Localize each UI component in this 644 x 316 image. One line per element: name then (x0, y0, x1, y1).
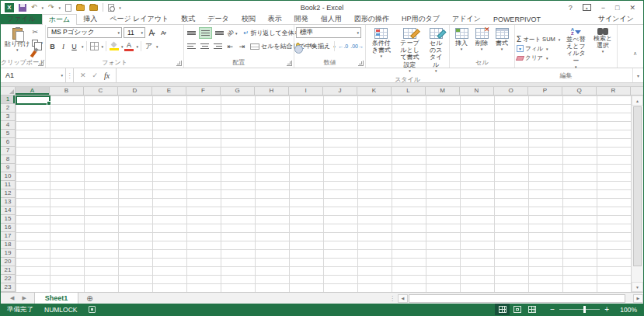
row-header[interactable]: 9 (1, 164, 16, 172)
horizontal-scroll-thumb[interactable] (409, 294, 625, 303)
fill-color-dropdown-icon[interactable]: ▾ (121, 44, 124, 49)
comma-style-button[interactable]: , (320, 40, 330, 52)
row-header[interactable]: 14 (1, 207, 16, 215)
scroll-right-icon[interactable]: ▶ (633, 294, 643, 303)
align-left-button[interactable] (186, 40, 197, 52)
previous-sheet-icon[interactable]: ◀ (10, 295, 14, 301)
borders-button[interactable] (89, 40, 99, 52)
decrease-indent-button[interactable]: ⇤ (225, 40, 235, 52)
row-header[interactable]: 19 (1, 249, 16, 258)
increase-indent-button[interactable]: ⇥ (237, 40, 247, 52)
formula-bar-splitter[interactable]: ⋮ (66, 68, 74, 82)
ribbon-tab[interactable]: HP用のタブ (395, 14, 446, 24)
ribbon-tab[interactable]: ホーム (42, 14, 77, 25)
row-header[interactable]: 11 (1, 181, 16, 189)
select-all-button[interactable] (1, 87, 16, 95)
ribbon-tab[interactable]: 図形の操作 (348, 14, 395, 24)
orientation-button[interactable]: ab▾ (227, 30, 237, 36)
selected-cell-a1[interactable] (16, 95, 50, 105)
column-header[interactable]: M (426, 87, 460, 95)
row-header[interactable]: 23 (1, 283, 16, 292)
italic-button[interactable]: I (58, 40, 68, 52)
tab-file[interactable]: ファイル (1, 14, 42, 24)
autosum-button[interactable]: Σオート SUM▾ (517, 36, 562, 43)
underline-dropdown-icon[interactable]: ▾ (82, 44, 84, 49)
ribbon-tab[interactable]: 個人用 (315, 14, 348, 24)
underline-button[interactable]: U (69, 40, 79, 52)
ribbon-tab[interactable]: 数式 (175, 14, 201, 24)
delete-cells-button[interactable]: ✕ 削除 ▾ (472, 26, 492, 58)
column-header[interactable]: R (597, 87, 631, 95)
decrease-decimal-button[interactable]: .00→ (350, 43, 364, 49)
insert-cells-button[interactable]: 挿入 ▾ (451, 26, 472, 58)
center-button[interactable] (199, 40, 211, 52)
conditional-formatting-button[interactable]: 条件付き書式 ▾ (367, 26, 395, 75)
new-sheet-button[interactable]: ⊕ (78, 293, 100, 304)
column-header[interactable]: C (84, 87, 118, 95)
expand-formula-bar-button[interactable]: ▾ (632, 68, 643, 82)
increase-font-size-button[interactable]: A▴ (147, 27, 157, 39)
accounting-format-button[interactable] (296, 43, 300, 50)
column-header[interactable]: I (289, 87, 323, 95)
vertical-scrollbar[interactable]: ▲ ▼ (631, 95, 643, 292)
column-header[interactable]: P (528, 87, 562, 95)
row-header[interactable]: 13 (1, 198, 16, 207)
row-header[interactable]: 1 (1, 95, 16, 104)
row-header[interactable]: 20 (1, 258, 16, 266)
row-header[interactable]: 7 (1, 147, 16, 155)
page-layout-view-button[interactable] (510, 304, 524, 315)
column-header[interactable]: L (392, 87, 426, 95)
name-box[interactable]: A1▾ (1, 68, 66, 82)
row-header[interactable]: 22 (1, 275, 16, 283)
sheet-tab[interactable]: Sheet1 (34, 293, 79, 304)
row-header[interactable]: 12 (1, 189, 16, 198)
font-color-button[interactable]: A (124, 40, 134, 52)
paste-dropdown-icon[interactable]: ▾ (16, 48, 19, 53)
format-as-table-button[interactable]: テーブルとして書式設定 ▾ (395, 26, 425, 75)
row-header[interactable]: 15 (1, 215, 16, 224)
fill-button[interactable]: ▼フィル▾ (517, 45, 562, 53)
open-folder-button[interactable] (76, 5, 85, 11)
row-header[interactable]: 21 (1, 266, 16, 275)
new-document-button[interactable] (65, 4, 71, 12)
ribbon-tab[interactable]: 表示 (262, 14, 288, 24)
maximize-button[interactable]: □ (615, 4, 619, 12)
enter-button[interactable]: ✓ (92, 71, 99, 79)
alignment-dialog-launcher[interactable] (287, 61, 292, 66)
number-dialog-launcher[interactable] (358, 61, 364, 66)
undo-dropdown-icon[interactable]: ▾ (42, 5, 44, 10)
zoom-slider[interactable] (559, 309, 600, 310)
decrease-font-size-button[interactable]: A▾ (158, 27, 169, 39)
clipboard-dialog-launcher[interactable] (38, 61, 44, 66)
row-header[interactable]: 16 (1, 224, 16, 232)
normal-view-button[interactable] (495, 304, 510, 315)
phonetic-guide-button[interactable]: ア (144, 40, 154, 52)
horizontal-scroll-track[interactable] (409, 294, 632, 303)
tab-split-handle[interactable]: ⋮ (387, 295, 398, 302)
zoom-in-button[interactable]: + (604, 306, 609, 314)
insert-function-button[interactable]: fx (104, 71, 110, 80)
sign-in-link[interactable]: サインイン (598, 14, 643, 24)
cut-button[interactable]: ✂ (32, 27, 43, 36)
ribbon-tab[interactable]: ページ レイアウト (103, 14, 175, 24)
record-macro-icon[interactable] (89, 306, 96, 313)
ribbon-tab[interactable]: POWERPIVOT (487, 14, 547, 24)
font-name-combobox[interactable]: MS Pゴシック▾ (47, 27, 122, 38)
percent-style-button[interactable]: % (308, 40, 318, 52)
row-header[interactable]: 4 (1, 121, 16, 130)
accounting-dropdown-icon[interactable]: ▾ (304, 43, 306, 48)
phonetic-dropdown-icon[interactable]: ▾ (156, 44, 158, 49)
ribbon-tab[interactable]: 校閲 (235, 14, 262, 24)
page-break-view-button[interactable] (524, 304, 539, 315)
help-button[interactable]: ? (569, 4, 573, 12)
zoom-out-button[interactable]: − (550, 306, 555, 314)
customize-qat-icon[interactable]: ▾ (119, 5, 121, 10)
scroll-left-icon[interactable]: ◀ (398, 294, 408, 303)
column-header[interactable]: A (16, 87, 50, 95)
row-header[interactable]: 18 (1, 241, 16, 249)
scroll-up-icon[interactable]: ▲ (632, 95, 643, 106)
row-header[interactable]: 17 (1, 232, 16, 241)
column-header[interactable]: J (323, 87, 357, 95)
ribbon-tab[interactable]: 挿入 (77, 14, 103, 24)
find-select-button[interactable]: 検索と選択 ▾ (590, 26, 615, 71)
